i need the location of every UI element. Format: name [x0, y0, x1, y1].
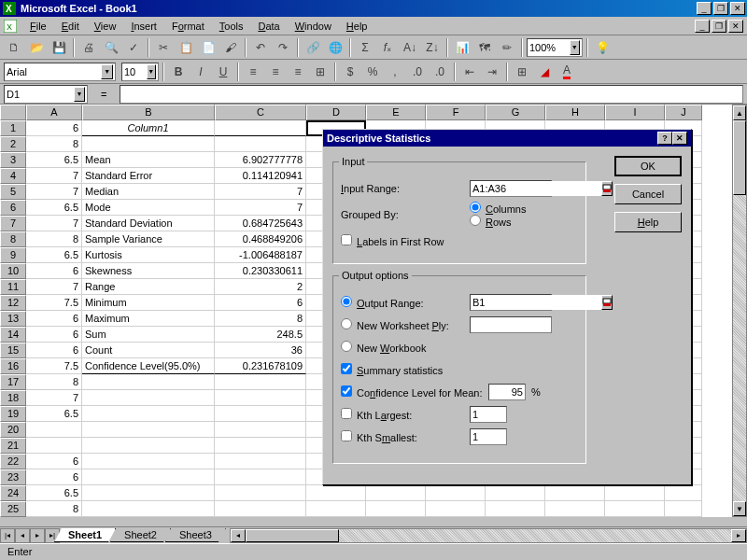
cell[interactable]: Mean [82, 152, 215, 168]
cell[interactable]: -1.006488187 [215, 247, 306, 263]
name-box-input[interactable] [7, 89, 74, 100]
input-range-ref-icon[interactable] [601, 181, 613, 196]
cell[interactable]: 8 [26, 136, 82, 152]
cell[interactable] [215, 120, 306, 136]
row-header[interactable]: 7 [0, 216, 26, 231]
vscroll-thumb[interactable] [733, 120, 746, 195]
cell[interactable] [486, 501, 545, 517]
function-button[interactable]: fₓ [377, 37, 398, 58]
cell[interactable] [545, 501, 605, 517]
col-header-I[interactable]: I [605, 105, 665, 120]
grouped-rows-radio[interactable]: Rows [470, 217, 512, 228]
menu-window[interactable]: Window [288, 19, 339, 34]
dialog-close-icon[interactable]: ✕ [672, 132, 687, 145]
cell[interactable] [215, 136, 306, 152]
cell[interactable] [26, 438, 82, 454]
cell[interactable]: Sum [82, 327, 215, 343]
menu-edit[interactable]: Edit [54, 19, 87, 34]
undo-button[interactable]: ↶ [250, 37, 271, 58]
cell[interactable]: 6 [26, 327, 82, 343]
cell[interactable]: Count [82, 343, 215, 358]
row-header[interactable]: 12 [0, 295, 26, 311]
cell[interactable] [82, 422, 215, 438]
menu-file[interactable]: File [22, 19, 54, 34]
col-header-B[interactable]: B [82, 105, 215, 120]
horizontal-scrollbar[interactable]: ◂ ▸ [230, 528, 747, 543]
fill-color-button[interactable]: ◢ [534, 62, 555, 82]
cell[interactable]: 6 [26, 469, 82, 485]
cell[interactable] [605, 485, 665, 501]
web-toolbar-button[interactable]: 🌐 [325, 37, 345, 58]
font-size-input[interactable] [124, 66, 147, 77]
col-header-J[interactable]: J [665, 105, 702, 120]
cell[interactable]: 0.468849206 [215, 231, 306, 247]
new-button[interactable]: 🗋 [4, 37, 24, 58]
format-painter-button[interactable]: 🖌 [220, 37, 241, 58]
summary-stats-check[interactable]: Summary statistics [341, 363, 443, 376]
cell[interactable]: 0.684725643 [215, 216, 306, 231]
comma-button[interactable]: , [385, 62, 405, 82]
scroll-left-icon[interactable]: ◂ [231, 529, 246, 542]
align-right-button[interactable]: ≡ [288, 62, 308, 82]
cell[interactable]: 6 [26, 120, 82, 136]
tab-nav-prev[interactable]: ◂ [15, 528, 30, 543]
cell[interactable]: 8 [215, 311, 306, 327]
cell[interactable] [426, 485, 486, 501]
cell[interactable] [82, 469, 215, 485]
menu-help[interactable]: Help [339, 19, 375, 34]
name-box[interactable]: ▼ [4, 85, 88, 104]
grouped-columns-radio[interactable]: Columns [470, 203, 526, 215]
scroll-right-icon[interactable]: ▸ [731, 529, 746, 542]
doc-restore-button[interactable]: ❐ [712, 20, 726, 33]
scroll-up-icon[interactable]: ▲ [733, 105, 746, 120]
row-header[interactable]: 4 [0, 168, 26, 184]
doc-minimize-button[interactable]: _ [695, 20, 710, 33]
row-header[interactable]: 18 [0, 390, 26, 406]
cell[interactable]: 6.5 [26, 406, 82, 422]
hscroll-thumb[interactable] [246, 529, 339, 542]
copy-button[interactable]: 📋 [176, 37, 196, 58]
row-header[interactable]: 5 [0, 184, 26, 200]
font-color-button[interactable]: A [557, 62, 577, 82]
row-header[interactable]: 10 [0, 263, 26, 279]
cell[interactable] [82, 454, 215, 469]
cell[interactable]: Mode [82, 200, 215, 216]
cell[interactable]: 7 [26, 390, 82, 406]
cell[interactable]: 7 [215, 184, 306, 200]
new-workbook-radio[interactable]: New Workbook [341, 341, 426, 354]
row-header[interactable]: 16 [0, 358, 26, 374]
row-header[interactable]: 20 [0, 422, 26, 438]
cell[interactable]: 36 [215, 343, 306, 358]
currency-button[interactable]: $ [340, 62, 360, 82]
print-button[interactable]: 🖨 [78, 37, 99, 58]
output-range-input[interactable] [472, 295, 601, 310]
row-header[interactable]: 14 [0, 327, 26, 343]
cell[interactable]: 7 [26, 279, 82, 295]
zoom-dropdown-icon[interactable]: ▼ [570, 40, 580, 55]
row-header[interactable]: 9 [0, 247, 26, 263]
close-button[interactable]: ✕ [730, 2, 745, 15]
row-header[interactable]: 1 [0, 120, 26, 136]
sort-desc-button[interactable]: Z↓ [422, 37, 443, 58]
cell[interactable] [82, 374, 215, 390]
col-header-F[interactable]: F [426, 105, 486, 120]
formula-input[interactable] [122, 89, 740, 100]
font-size-combo[interactable]: ▼ [121, 63, 159, 81]
cell[interactable]: Skewness [82, 263, 215, 279]
align-center-button[interactable]: ≡ [265, 62, 286, 82]
cell[interactable]: 7.5 [26, 295, 82, 311]
cell[interactable]: Sample Variance [82, 231, 215, 247]
confidence-level-check[interactable]: Confidence Level for Mean: [341, 385, 488, 399]
cell[interactable]: Standard Deviation [82, 216, 215, 231]
font-name-combo[interactable]: ▼ [4, 63, 116, 81]
cell[interactable]: 6 [26, 263, 82, 279]
zoom-input[interactable] [529, 42, 570, 53]
cell[interactable]: Standard Error [82, 168, 215, 184]
cell[interactable]: 7 [26, 168, 82, 184]
cell[interactable] [26, 422, 82, 438]
cell[interactable]: 6.5 [26, 247, 82, 263]
cell[interactable] [366, 485, 426, 501]
cell[interactable] [215, 501, 306, 517]
cancel-button[interactable]: Cancel [614, 184, 682, 204]
redo-button[interactable]: ↷ [273, 37, 293, 58]
